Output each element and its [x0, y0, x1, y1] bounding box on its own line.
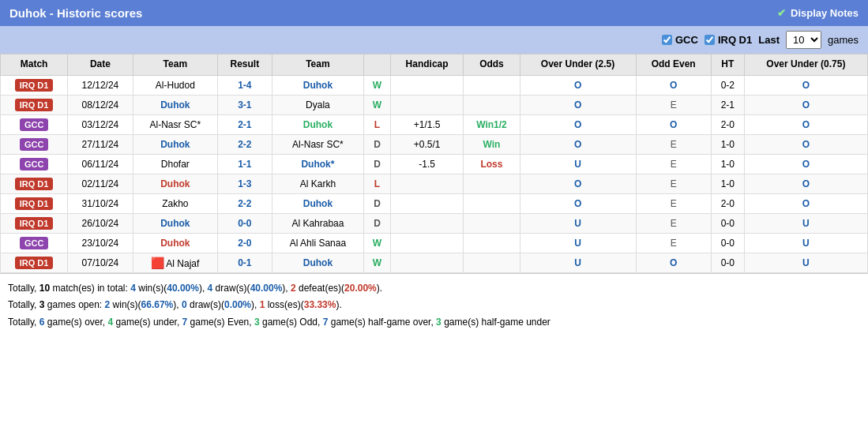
team1-name: Duhok	[160, 99, 190, 111]
outcome-badge: D	[374, 198, 381, 209]
match-badge: GCC	[20, 237, 48, 249]
outcome-badge: L	[374, 119, 380, 130]
ou075-cell: O	[744, 154, 867, 174]
oe-value: O	[670, 257, 677, 268]
ou25-value: O	[574, 119, 581, 130]
result-cell: 1-1	[218, 154, 272, 174]
last-games-select[interactable]: 10 20 30	[786, 31, 821, 49]
games-label: games	[828, 34, 859, 46]
ou25-value: U	[574, 218, 581, 229]
oe-cell: O	[636, 114, 711, 134]
oe-cell: E	[636, 95, 711, 114]
irqd1-checkbox[interactable]	[705, 35, 715, 45]
irqd1-filter[interactable]: IRQ D1	[705, 34, 752, 46]
col-ou075: Over Under (0.75)	[744, 54, 867, 76]
oe-cell: E	[636, 233, 711, 253]
outcome-cell: D	[364, 154, 391, 174]
ht-cell: 0-0	[711, 213, 744, 233]
oe-value: O	[670, 80, 677, 91]
team2-cell: Al Kahrabaa	[272, 213, 364, 233]
team2-cell: Duhok	[272, 253, 364, 272]
oe-cell: E	[636, 193, 711, 213]
ou25-cell: O	[520, 75, 636, 95]
table-row: IRQ D1 31/10/24 Zakho 2-2 Duhok D O E 2-…	[1, 193, 868, 213]
date-cell: 08/12/24	[68, 95, 133, 114]
match-badge-cell: IRQ D1	[1, 193, 68, 213]
team1-name: Duhok	[160, 178, 190, 189]
ou075-cell: O	[744, 193, 867, 213]
col-spacer	[364, 54, 391, 76]
result-cell: 2-0	[218, 233, 272, 253]
outcome-badge: D	[374, 218, 381, 229]
result-cell: 0-0	[218, 213, 272, 233]
odds-value: Win1/2	[476, 119, 507, 130]
outcome-cell: D	[364, 213, 391, 233]
ou075-value: U	[802, 218, 810, 229]
ou075-cell: O	[744, 75, 867, 95]
oe-value: E	[671, 178, 677, 189]
col-result: Result	[218, 54, 272, 76]
footer-line1: Totally, 10 match(es) in total: 4 win(s)…	[8, 280, 860, 298]
team2-name: Duhok	[303, 257, 333, 268]
match-badge-cell: GCC	[1, 114, 68, 134]
col-odds: Odds	[464, 54, 520, 76]
odds-cell: Win1/2	[464, 114, 520, 134]
odds-cell	[464, 213, 520, 233]
date-cell: 06/11/24	[68, 154, 133, 174]
gcc-label: GCC	[675, 34, 698, 46]
match-badge-cell: GCC	[1, 154, 68, 174]
team2-cell: Al-Nasr SC*	[272, 134, 364, 154]
result-cell: 1-3	[218, 174, 272, 193]
team1-cell: Zakho	[133, 193, 217, 213]
ou25-value: U	[574, 159, 581, 170]
handicap-cell	[390, 193, 464, 213]
ht-cell: 2-0	[711, 193, 744, 213]
gcc-filter[interactable]: GCC	[662, 34, 698, 46]
oe-value: E	[671, 198, 677, 209]
team1-cell: Duhok	[133, 233, 217, 253]
page-title: Duhok - Historic scores	[9, 6, 142, 20]
ou25-value: U	[574, 257, 581, 268]
ou25-value: U	[574, 238, 581, 249]
match-badge: IRQ D1	[15, 217, 54, 230]
match-badge-cell: IRQ D1	[1, 213, 68, 233]
team1-cell: Dhofar	[133, 154, 217, 174]
team1-cell: Duhok	[133, 95, 217, 114]
result-value: 1-1	[238, 159, 251, 170]
footer: Totally, 10 match(es) in total: 4 win(s)…	[0, 273, 868, 338]
outcome-cell: L	[364, 114, 391, 134]
handicap-cell: +1/1.5	[390, 114, 464, 134]
outcome-badge: D	[374, 139, 381, 150]
match-badge: GCC	[20, 158, 48, 171]
match-badge: IRQ D1	[15, 197, 54, 210]
outcome-badge: W	[373, 238, 381, 249]
oe-value: E	[671, 139, 677, 150]
odds-cell: Win	[464, 134, 520, 154]
match-badge-cell: GCC	[1, 233, 68, 253]
handicap-cell: -1.5	[390, 154, 464, 174]
ou25-cell: U	[520, 213, 636, 233]
odds-cell	[464, 233, 520, 253]
odds-value: Loss	[480, 159, 502, 170]
oe-value: E	[671, 238, 677, 249]
team2-name: Duhok	[303, 80, 333, 91]
team2-cell: Duhok	[272, 193, 364, 213]
gcc-checkbox[interactable]	[662, 35, 672, 45]
outcome-badge: W	[373, 257, 381, 268]
flag-icon: 🟥	[151, 257, 164, 269]
result-value: 2-2	[238, 198, 251, 209]
team1-name: Duhok	[160, 139, 190, 150]
ou075-cell: O	[744, 95, 867, 114]
oe-value: O	[670, 119, 677, 130]
match-badge-cell: IRQ D1	[1, 174, 68, 193]
col-oe: Odd Even	[636, 54, 711, 76]
ou075-cell: O	[744, 174, 867, 193]
outcome-cell: D	[364, 193, 391, 213]
ou075-value: O	[802, 119, 810, 130]
result-value: 3-1	[238, 99, 251, 111]
ou075-value: O	[802, 198, 810, 209]
col-team1: Team	[133, 54, 217, 76]
header-controls: ✔ Display Notes	[777, 7, 859, 19]
handicap-cell	[390, 174, 464, 193]
ht-cell: 2-1	[711, 95, 744, 114]
